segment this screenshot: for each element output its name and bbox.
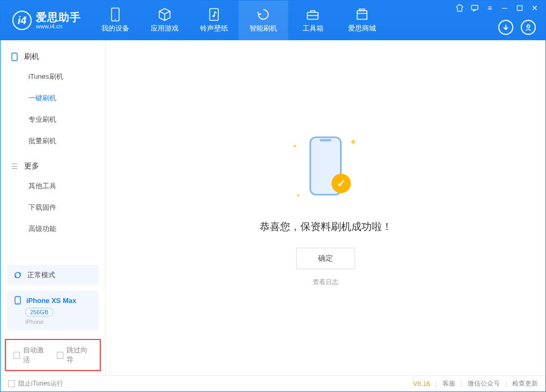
svg-rect-7 bbox=[471, 5, 478, 10]
sidebar-item-other-tools[interactable]: 其他工具 bbox=[1, 175, 105, 197]
tab-smart-flash[interactable]: 智能刷机 bbox=[239, 1, 288, 40]
header: i4 爱思助手 www.i4.cn 我的设备 应用游戏 铃声壁纸 智能刷机 工具… bbox=[1, 1, 545, 40]
sidebar-group-more: ☰ 更多 bbox=[1, 157, 105, 175]
sidebar-item-batch-flash[interactable]: 批量刷机 bbox=[1, 130, 105, 152]
options-row: 自动激活 跳过向导 bbox=[5, 339, 101, 371]
auto-activate-checkbox[interactable]: 自动激活 bbox=[13, 345, 49, 365]
menu-icon[interactable]: ≡ bbox=[485, 4, 494, 12]
device-card[interactable]: iPhone XS Max 256GB iPhone bbox=[7, 291, 99, 330]
logo-icon: i4 bbox=[12, 11, 32, 30]
sidebar: 刷机 iTunes刷机 一键刷机 专业刷机 批量刷机 ☰ 更多 其他工具 下载固… bbox=[1, 40, 106, 375]
sidebar-item-pro-flash[interactable]: 专业刷机 bbox=[1, 109, 105, 130]
storage-badge: 256GB bbox=[25, 308, 53, 316]
store-icon bbox=[355, 8, 369, 21]
ok-button[interactable]: 确定 bbox=[296, 248, 355, 269]
toolbox-icon bbox=[306, 8, 320, 21]
list-icon: ☰ bbox=[10, 162, 19, 171]
main-tabs: 我的设备 应用游戏 铃声壁纸 智能刷机 工具箱 爱思商城 bbox=[91, 1, 387, 40]
success-illustration: ✦ ✦ ✦ ✓ bbox=[285, 129, 366, 209]
minimize-button[interactable]: ─ bbox=[500, 4, 509, 12]
sparkle-icon: ✦ bbox=[296, 193, 300, 198]
window-controls: ≡ ─ ✕ bbox=[455, 4, 539, 12]
device-name: iPhone XS Max bbox=[26, 297, 76, 305]
device-type: iPhone bbox=[25, 319, 92, 325]
skip-guide-checkbox[interactable]: 跳过向导 bbox=[57, 345, 93, 365]
phone-icon bbox=[108, 8, 122, 21]
user-button[interactable] bbox=[521, 20, 536, 35]
download-button[interactable] bbox=[498, 20, 513, 35]
music-file-icon bbox=[207, 8, 221, 21]
body: 刷机 iTunes刷机 一键刷机 专业刷机 批量刷机 ☰ 更多 其他工具 下载固… bbox=[1, 40, 545, 375]
support-link[interactable]: 客服 bbox=[442, 379, 455, 388]
close-button[interactable]: ✕ bbox=[530, 4, 539, 12]
sidebar-item-itunes-flash[interactable]: iTunes刷机 bbox=[1, 66, 105, 87]
tab-store[interactable]: 爱思商城 bbox=[337, 1, 387, 40]
svg-point-11 bbox=[17, 302, 18, 304]
cube-icon bbox=[158, 8, 172, 21]
tab-my-device[interactable]: 我的设备 bbox=[91, 1, 140, 40]
tab-ringtones[interactable]: 铃声壁纸 bbox=[189, 1, 239, 40]
svg-point-1 bbox=[115, 19, 116, 20]
view-log-link[interactable]: 查看日志 bbox=[313, 278, 338, 287]
success-message: 恭喜您，保资料刷机成功啦！ bbox=[260, 220, 392, 234]
sync-icon bbox=[13, 271, 22, 279]
sparkle-icon: ✦ bbox=[290, 142, 299, 151]
checkbox-icon bbox=[13, 352, 20, 359]
svg-rect-9 bbox=[12, 53, 17, 61]
shirt-icon[interactable] bbox=[455, 4, 464, 12]
check-update-link[interactable]: 检查更新 bbox=[512, 379, 538, 388]
mode-card[interactable]: 正常模式 bbox=[7, 265, 99, 285]
refresh-shield-icon bbox=[256, 8, 270, 21]
phone-small-icon bbox=[13, 296, 22, 305]
statusbar: 阻止iTunes运行 V8.16 | 客服 | 微信公众号 | 检查更新 bbox=[1, 375, 545, 391]
tab-apps-games[interactable]: 应用游戏 bbox=[140, 1, 189, 40]
logo-area: i4 爱思助手 www.i4.cn bbox=[1, 11, 91, 30]
check-badge-icon: ✓ bbox=[331, 174, 351, 193]
feedback-icon[interactable] bbox=[470, 4, 479, 12]
device-mode: 正常模式 bbox=[27, 270, 55, 280]
sidebar-item-oneclick-flash[interactable]: 一键刷机 bbox=[1, 87, 105, 109]
svg-point-6 bbox=[527, 25, 529, 27]
svg-rect-8 bbox=[518, 6, 522, 11]
maximize-button[interactable] bbox=[515, 4, 524, 12]
device-icon bbox=[10, 53, 19, 61]
version-label: V8.16 bbox=[413, 380, 430, 388]
svg-rect-2 bbox=[210, 9, 218, 20]
block-itunes-checkbox[interactable]: 阻止iTunes运行 bbox=[8, 379, 63, 388]
main-content: ✦ ✦ ✦ ✓ 恭喜您，保资料刷机成功啦！ 确定 查看日志 bbox=[106, 40, 545, 375]
sidebar-group-flash: 刷机 bbox=[1, 48, 105, 66]
device-panel: 正常模式 iPhone XS Max 256GB iPhone bbox=[1, 260, 105, 336]
checkbox-icon bbox=[8, 380, 15, 387]
app-url: www.i4.cn bbox=[36, 23, 81, 29]
header-action-icons bbox=[498, 20, 536, 35]
sidebar-item-download-firmware[interactable]: 下载固件 bbox=[1, 197, 105, 218]
svg-point-3 bbox=[212, 15, 215, 17]
wechat-link[interactable]: 微信公众号 bbox=[468, 379, 500, 388]
tab-toolbox[interactable]: 工具箱 bbox=[288, 1, 337, 40]
svg-rect-5 bbox=[359, 9, 365, 11]
checkbox-icon bbox=[57, 352, 63, 359]
sidebar-item-advanced[interactable]: 高级功能 bbox=[1, 218, 105, 240]
sparkle-icon: ✦ bbox=[349, 136, 357, 148]
app-name: 爱思助手 bbox=[36, 11, 81, 23]
